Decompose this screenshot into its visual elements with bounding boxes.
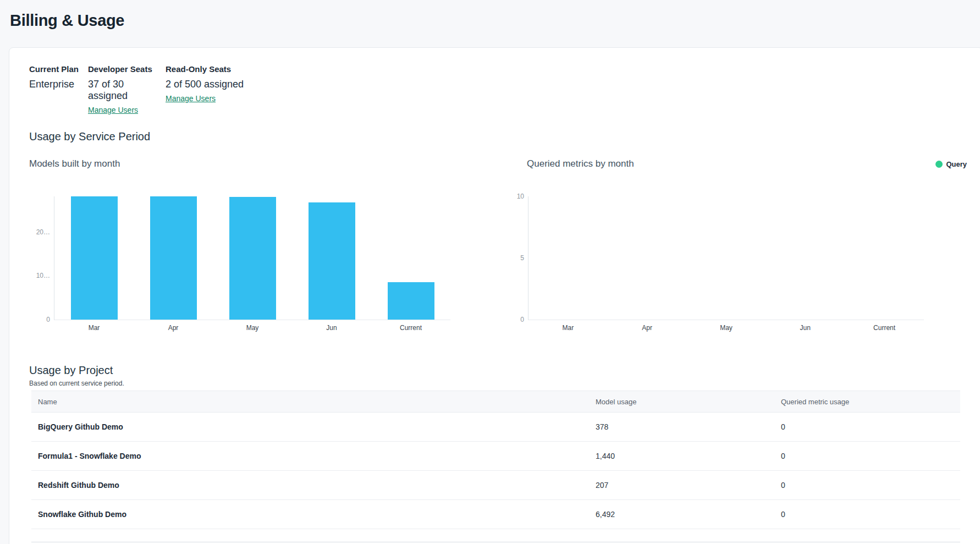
project-name: Redshift Github Demo xyxy=(31,481,596,490)
billing-card: Current Plan Enterprise Developer Seats … xyxy=(9,47,980,544)
x-axis-label: Jun xyxy=(304,324,359,332)
model-usage-value: 378 xyxy=(596,422,781,431)
table-row: Snowflake Github Demo 6,492 0 xyxy=(31,500,960,529)
readonly-seats-label: Read-Only Seats xyxy=(166,64,244,74)
table-header-row: Name Model usage Queried metric usage xyxy=(31,391,960,413)
current-plan-value: Enterprise xyxy=(29,79,88,90)
project-name: Formula1 - Snowflake Demo xyxy=(31,452,596,460)
x-axis-label: Apr xyxy=(146,324,201,332)
readonly-seats-value: 2 of 500 assigned xyxy=(166,79,244,90)
table-row: Redshift Github Demo 207 0 xyxy=(31,471,960,500)
bar-mar xyxy=(71,196,118,320)
charts-row: Models built by month MarAprMayJunCurren… xyxy=(29,158,980,336)
queried-metric-usage-value: 0 xyxy=(781,422,960,431)
usage-by-project-table: Name Model usage Queried metric usage Bi… xyxy=(31,391,960,542)
x-axis-label: Jun xyxy=(778,324,833,332)
usage-by-project-subtitle: Based on current service period. xyxy=(29,380,980,387)
developer-seats-label: Developer Seats xyxy=(88,64,166,74)
plan-summary: Current Plan Enterprise Developer Seats … xyxy=(29,64,980,115)
current-plan-column: Current Plan Enterprise xyxy=(29,64,88,115)
x-axis-label: Current xyxy=(383,324,438,332)
project-name: Snowflake Github Demo xyxy=(31,510,596,519)
developer-seats-column: Developer Seats 37 of 30 assigned Manage… xyxy=(88,64,166,115)
y-tick-label: 5 xyxy=(520,254,524,262)
models-built-chart-title: Models built by month xyxy=(29,158,120,169)
y-tick-label: 10… xyxy=(36,272,50,279)
bar-current xyxy=(388,282,434,320)
x-axis-label: Mar xyxy=(541,324,596,332)
table-row: BigQuery Github Demo 378 0 xyxy=(31,413,960,442)
model-usage-value: 1,440 xyxy=(596,452,781,460)
y-tick-label: 10 xyxy=(517,193,524,200)
column-header-model-usage: Model usage xyxy=(596,398,781,406)
page-header: Billing & Usage xyxy=(0,0,980,47)
bar-may xyxy=(229,197,276,320)
x-axis-label: Apr xyxy=(620,324,675,332)
table-footer-strip xyxy=(31,529,960,542)
query-legend: Query xyxy=(935,160,967,168)
models-built-plot-area: MarAprMayJunCurrent010…20… xyxy=(54,196,450,320)
usage-by-project-title: Usage by Project xyxy=(29,364,980,377)
column-header-queried-metric-usage: Queried metric usage xyxy=(781,398,960,406)
readonly-seats-column: Read-Only Seats 2 of 500 assigned Manage… xyxy=(166,64,244,115)
model-usage-value: 6,492 xyxy=(596,510,781,519)
y-tick-label: 0 xyxy=(520,316,524,323)
queried-metrics-chart-title: Queried metrics by month xyxy=(527,158,634,169)
x-axis-label: May xyxy=(699,324,754,332)
y-tick-label: 0 xyxy=(46,316,50,323)
x-axis-label: Current xyxy=(857,324,912,332)
models-built-chart-header: Models built by month xyxy=(29,158,450,170)
model-usage-value: 207 xyxy=(596,481,781,490)
queried-metrics-chart: Queried metrics by month Query MarAprMay… xyxy=(527,158,967,336)
legend-label: Query xyxy=(946,160,967,168)
legend-dot-icon xyxy=(935,161,943,168)
models-built-chart: Models built by month MarAprMayJunCurren… xyxy=(29,158,450,336)
queried-metrics-chart-header: Queried metrics by month Query xyxy=(527,158,967,170)
queried-metric-usage-value: 0 xyxy=(781,452,960,460)
table-row: Formula1 - Snowflake Demo 1,440 0 xyxy=(31,442,960,471)
bar-jun xyxy=(309,202,355,320)
x-axis-label: Mar xyxy=(67,324,122,332)
y-tick-label: 20… xyxy=(36,228,50,236)
column-header-name: Name xyxy=(31,398,596,406)
project-name: BigQuery Github Demo xyxy=(31,422,596,431)
usage-by-service-period-title: Usage by Service Period xyxy=(29,130,980,143)
queried-metric-usage-value: 0 xyxy=(781,481,960,490)
current-plan-label: Current Plan xyxy=(29,64,88,74)
manage-users-link-developer[interactable]: Manage Users xyxy=(88,106,138,114)
queried-metrics-plot-area: MarAprMayJunCurrent0510 xyxy=(528,196,924,320)
x-axis-label: May xyxy=(225,324,280,332)
bar-apr xyxy=(150,196,197,320)
queried-metric-usage-value: 0 xyxy=(781,510,960,519)
manage-users-link-readonly[interactable]: Manage Users xyxy=(166,94,216,103)
developer-seats-value: 37 of 30 assigned xyxy=(88,79,166,102)
page-title: Billing & Usage xyxy=(10,12,980,30)
chart-spacer xyxy=(450,158,527,336)
